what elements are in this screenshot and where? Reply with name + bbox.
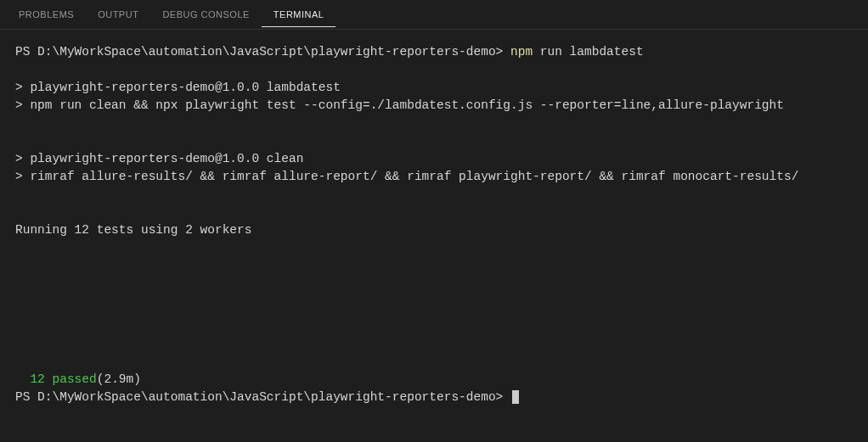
- terminal-line: > playwright-reporters-demo@1.0.0 clean: [15, 150, 853, 168]
- terminal-line: > npm run clean && npx playwright test -…: [15, 97, 853, 115]
- command-npm: npm: [510, 45, 533, 59]
- tab-debug-console[interactable]: DEBUG CONSOLE: [150, 3, 261, 26]
- terminal-line: PS D:\MyWorkSpace\automation\JavaScript\…: [15, 389, 853, 406]
- panel-tab-bar: PROBLEMS OUTPUT DEBUG CONSOLE TERMINAL: [0, 0, 868, 30]
- prompt-path: PS D:\MyWorkSpace\automation\JavaScript\…: [15, 45, 510, 59]
- tab-output[interactable]: OUTPUT: [86, 3, 150, 26]
- test-duration: (2.9m): [97, 371, 141, 389]
- terminal-cursor: [512, 390, 519, 404]
- prompt-path: PS D:\MyWorkSpace\automation\JavaScript\…: [15, 390, 503, 404]
- terminal-line: > playwright-reporters-demo@1.0.0 lambda…: [15, 79, 853, 97]
- terminal-line: PS D:\MyWorkSpace\automation\JavaScript\…: [15, 43, 853, 61]
- test-result-line: 12 passed (2.9m): [15, 371, 853, 389]
- terminal-output[interactable]: PS D:\MyWorkSpace\automation\JavaScript\…: [0, 30, 868, 420]
- command-args: run lambdatest: [533, 45, 644, 59]
- tab-terminal[interactable]: TERMINAL: [262, 3, 336, 27]
- terminal-line: Running 12 tests using 2 workers: [15, 221, 853, 239]
- terminal-line: > rimraf allure-results/ && rimraf allur…: [15, 168, 853, 186]
- tab-problems[interactable]: PROBLEMS: [7, 3, 86, 26]
- passed-count: 12 passed: [30, 371, 96, 389]
